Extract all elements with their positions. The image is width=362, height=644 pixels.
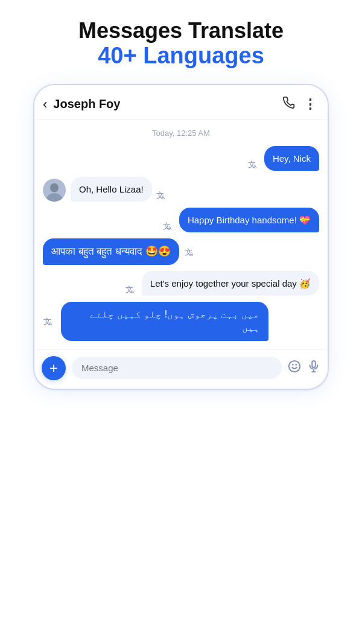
svg-rect-18 — [312, 361, 316, 368]
message-row-6: 文A میں بہت پرجوش ہوں! چلو کہیں چلتے ہیں — [43, 302, 319, 341]
input-icons — [288, 360, 320, 376]
headline-sub: 40+ Languages — [78, 43, 284, 69]
svg-point-3 — [50, 183, 59, 193]
back-button[interactable]: ‹ — [43, 98, 47, 111]
translate-icon-2[interactable]: 文A — [156, 188, 169, 202]
add-icon: + — [49, 360, 58, 377]
message-row-1: 文A Hey, Nick — [43, 146, 319, 171]
svg-text:A: A — [168, 225, 172, 231]
svg-text:A: A — [48, 321, 52, 327]
bubble-text-4: आपका बहुत बहुत धन्यवाद 🤩😍 — [51, 246, 171, 257]
message-row-5: 文A Let's enjoy together your special day… — [43, 271, 319, 296]
message-row-2: Oh, Hello Lizaa! 文A — [43, 177, 319, 202]
avatar-1 — [43, 179, 66, 202]
headline-section: Messages Translate 40+ Languages — [78, 18, 284, 69]
message-row-3: 文A Happy Birthday handsome! 💝 — [43, 208, 319, 232]
bubble-4: आपका बहुत बहुत धन्यवाद 🤩😍 — [43, 238, 179, 265]
chat-header: ‹ Joseph Foy ⋮ — [34, 85, 328, 120]
contact-name: Joseph Foy — [53, 97, 282, 111]
svg-text:A: A — [130, 289, 135, 295]
svg-point-15 — [289, 361, 300, 372]
mic-icon[interactable] — [307, 360, 320, 376]
translate-icon-1[interactable]: 文A — [247, 158, 261, 171]
more-icon[interactable]: ⋮ — [303, 97, 317, 112]
page-wrapper: Messages Translate 40+ Languages ‹ Josep… — [0, 0, 362, 644]
bubble-text-1: Hey, Nick — [273, 153, 311, 164]
translate-icon-6[interactable]: 文A — [43, 314, 56, 328]
translate-icon-5[interactable]: 文A — [125, 282, 138, 296]
bubble-1: Hey, Nick — [264, 146, 319, 171]
translate-icon-3[interactable]: 文A — [162, 219, 176, 232]
chat-body: Today, 12:25 AM 文A Hey, Nick — [34, 120, 328, 349]
headline-main: Messages Translate — [78, 18, 284, 43]
svg-text:A: A — [189, 251, 194, 257]
message-row-4: आपका बहुत बहुत धन्यवाद 🤩😍 文A — [43, 238, 319, 265]
message-input[interactable] — [72, 357, 282, 379]
chat-timestamp: Today, 12:25 AM — [43, 129, 319, 138]
chat-input-row: + — [34, 349, 328, 389]
add-button[interactable]: + — [42, 356, 66, 380]
bubble-text-5: Let's enjoy together your special day 🥳 — [150, 278, 311, 289]
phone-frame: ‹ Joseph Foy ⋮ Today, 12:25 AM 文A Hey, N… — [33, 84, 329, 390]
bubble-2: Oh, Hello Lizaa! — [71, 177, 152, 202]
emoji-icon[interactable] — [288, 360, 301, 376]
svg-text:A: A — [161, 194, 165, 200]
bubble-text-2: Oh, Hello Lizaa! — [79, 184, 144, 194]
bubble-text-6: میں بہت پرجوش ہوں! چلو کہیں چلتے ہیں — [90, 309, 259, 333]
translate-icon-4[interactable]: 文A — [184, 245, 197, 258]
phone-icon[interactable] — [282, 96, 295, 112]
bubble-5: Let's enjoy together your special day 🥳 — [142, 271, 319, 296]
bubble-3: Happy Birthday handsome! 💝 — [179, 208, 319, 232]
svg-text:A: A — [253, 164, 257, 170]
header-icons: ⋮ — [282, 96, 317, 112]
bubble-6: میں بہت پرجوش ہوں! چلو کہیں چلتے ہیں — [61, 302, 268, 341]
bubble-text-3: Happy Birthday handsome! 💝 — [188, 215, 311, 225]
